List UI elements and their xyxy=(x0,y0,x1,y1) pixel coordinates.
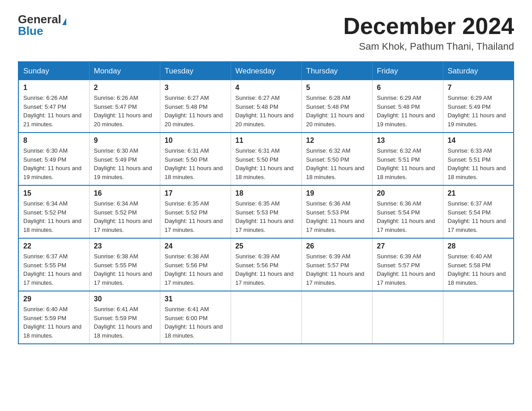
calendar-cell: 17Sunrise: 6:35 AMSunset: 5:52 PMDayligh… xyxy=(160,185,231,238)
header-day-tuesday: Tuesday xyxy=(160,62,231,80)
header-row: SundayMondayTuesdayWednesdayThursdayFrid… xyxy=(18,62,514,80)
page-header: General Blue December 2024 Sam Khok, Pat… xyxy=(18,13,514,52)
calendar-week-1: 1Sunrise: 6:26 AMSunset: 5:47 PMDaylight… xyxy=(18,80,514,133)
day-number: 19 xyxy=(306,189,368,197)
day-info: Sunrise: 6:31 AMSunset: 5:50 PMDaylight:… xyxy=(165,146,226,181)
day-number: 2 xyxy=(94,84,155,92)
logo: General Blue xyxy=(18,13,66,37)
header-right: December 2024 Sam Khok, Pathum Thani, Th… xyxy=(343,13,514,52)
day-number: 1 xyxy=(23,84,85,92)
day-number: 14 xyxy=(448,137,509,145)
day-info: Sunrise: 6:34 AMSunset: 5:52 PMDaylight:… xyxy=(23,199,85,234)
day-info: Sunrise: 6:26 AMSunset: 5:47 PMDaylight:… xyxy=(94,94,155,128)
day-info: Sunrise: 6:31 AMSunset: 5:50 PMDaylight:… xyxy=(236,146,297,181)
day-number: 6 xyxy=(377,84,438,92)
day-info: Sunrise: 6:39 AMSunset: 5:57 PMDaylight:… xyxy=(377,252,438,287)
calendar-cell: 24Sunrise: 6:38 AMSunset: 5:56 PMDayligh… xyxy=(160,238,231,291)
calendar-cell: 9Sunrise: 6:30 AMSunset: 5:49 PMDaylight… xyxy=(89,133,160,185)
calendar-week-3: 15Sunrise: 6:34 AMSunset: 5:52 PMDayligh… xyxy=(18,185,514,238)
day-number: 21 xyxy=(448,189,509,197)
header-day-friday: Friday xyxy=(372,62,443,80)
calendar-cell xyxy=(301,291,372,344)
calendar-cell: 5Sunrise: 6:28 AMSunset: 5:48 PMDaylight… xyxy=(301,80,372,133)
day-number: 25 xyxy=(236,242,297,250)
calendar-cell: 8Sunrise: 6:30 AMSunset: 5:49 PMDaylight… xyxy=(18,133,89,185)
calendar-week-2: 8Sunrise: 6:30 AMSunset: 5:49 PMDaylight… xyxy=(18,133,514,185)
calendar-cell: 3Sunrise: 6:27 AMSunset: 5:48 PMDaylight… xyxy=(160,80,231,133)
day-number: 7 xyxy=(448,84,509,92)
calendar-cell: 6Sunrise: 6:29 AMSunset: 5:48 PMDaylight… xyxy=(372,80,443,133)
day-number: 27 xyxy=(377,242,438,250)
day-number: 26 xyxy=(306,242,368,250)
day-number: 18 xyxy=(236,189,297,197)
calendar-cell: 12Sunrise: 6:32 AMSunset: 5:50 PMDayligh… xyxy=(301,133,372,185)
calendar-cell: 10Sunrise: 6:31 AMSunset: 5:50 PMDayligh… xyxy=(160,133,231,185)
day-info: Sunrise: 6:40 AMSunset: 5:58 PMDaylight:… xyxy=(448,252,509,287)
calendar-cell: 27Sunrise: 6:39 AMSunset: 5:57 PMDayligh… xyxy=(372,238,443,291)
day-number: 3 xyxy=(165,84,226,92)
calendar-cell: 23Sunrise: 6:38 AMSunset: 5:55 PMDayligh… xyxy=(89,238,160,291)
calendar-cell: 20Sunrise: 6:36 AMSunset: 5:54 PMDayligh… xyxy=(372,185,443,238)
day-info: Sunrise: 6:32 AMSunset: 5:50 PMDaylight:… xyxy=(306,146,368,181)
calendar-cell: 29Sunrise: 6:40 AMSunset: 5:59 PMDayligh… xyxy=(18,291,89,344)
day-number: 28 xyxy=(448,242,509,250)
day-info: Sunrise: 6:30 AMSunset: 5:49 PMDaylight:… xyxy=(94,146,155,181)
calendar-body: 1Sunrise: 6:26 AMSunset: 5:47 PMDaylight… xyxy=(18,80,514,344)
day-info: Sunrise: 6:39 AMSunset: 5:56 PMDaylight:… xyxy=(236,252,297,287)
logo-triangle-icon xyxy=(62,18,66,25)
calendar-week-4: 22Sunrise: 6:37 AMSunset: 5:55 PMDayligh… xyxy=(18,238,514,291)
day-info: Sunrise: 6:41 AMSunset: 6:00 PMDaylight:… xyxy=(165,305,226,340)
day-number: 22 xyxy=(23,242,85,250)
calendar-cell: 16Sunrise: 6:34 AMSunset: 5:52 PMDayligh… xyxy=(89,185,160,238)
calendar-cell: 2Sunrise: 6:26 AMSunset: 5:47 PMDaylight… xyxy=(89,80,160,133)
day-info: Sunrise: 6:34 AMSunset: 5:52 PMDaylight:… xyxy=(94,199,155,234)
day-info: Sunrise: 6:38 AMSunset: 5:56 PMDaylight:… xyxy=(165,252,226,287)
calendar-cell xyxy=(443,291,514,344)
day-info: Sunrise: 6:27 AMSunset: 5:48 PMDaylight:… xyxy=(165,94,226,128)
day-number: 17 xyxy=(165,189,226,197)
day-info: Sunrise: 6:32 AMSunset: 5:51 PMDaylight:… xyxy=(377,146,438,181)
calendar-cell: 11Sunrise: 6:31 AMSunset: 5:50 PMDayligh… xyxy=(231,133,301,185)
calendar-cell: 28Sunrise: 6:40 AMSunset: 5:58 PMDayligh… xyxy=(443,238,514,291)
calendar-cell: 7Sunrise: 6:29 AMSunset: 5:49 PMDaylight… xyxy=(443,80,514,133)
day-number: 12 xyxy=(306,137,368,145)
calendar-cell: 13Sunrise: 6:32 AMSunset: 5:51 PMDayligh… xyxy=(372,133,443,185)
day-info: Sunrise: 6:39 AMSunset: 5:57 PMDaylight:… xyxy=(306,252,368,287)
calendar-cell: 19Sunrise: 6:36 AMSunset: 5:53 PMDayligh… xyxy=(301,185,372,238)
calendar-cell: 4Sunrise: 6:27 AMSunset: 5:48 PMDaylight… xyxy=(231,80,301,133)
day-number: 4 xyxy=(236,84,297,92)
calendar-cell xyxy=(231,291,301,344)
calendar-cell: 18Sunrise: 6:35 AMSunset: 5:53 PMDayligh… xyxy=(231,185,301,238)
calendar-cell: 14Sunrise: 6:33 AMSunset: 5:51 PMDayligh… xyxy=(443,133,514,185)
day-number: 23 xyxy=(94,242,155,250)
day-number: 13 xyxy=(377,137,438,145)
header-day-saturday: Saturday xyxy=(443,62,514,80)
day-number: 15 xyxy=(23,189,85,197)
day-info: Sunrise: 6:33 AMSunset: 5:51 PMDaylight:… xyxy=(448,146,509,181)
day-info: Sunrise: 6:36 AMSunset: 5:54 PMDaylight:… xyxy=(377,199,438,234)
day-number: 10 xyxy=(165,137,226,145)
day-number: 16 xyxy=(94,189,155,197)
day-info: Sunrise: 6:29 AMSunset: 5:48 PMDaylight:… xyxy=(377,94,438,128)
calendar-table: SundayMondayTuesdayWednesdayThursdayFrid… xyxy=(18,61,514,344)
location-text: Sam Khok, Pathum Thani, Thailand xyxy=(343,41,514,52)
day-number: 20 xyxy=(377,189,438,197)
calendar-cell: 22Sunrise: 6:37 AMSunset: 5:55 PMDayligh… xyxy=(18,238,89,291)
calendar-cell: 15Sunrise: 6:34 AMSunset: 5:52 PMDayligh… xyxy=(18,185,89,238)
logo-blue-text: Blue xyxy=(18,25,43,37)
calendar-cell xyxy=(372,291,443,344)
logo-top: General xyxy=(18,13,66,25)
day-info: Sunrise: 6:37 AMSunset: 5:55 PMDaylight:… xyxy=(23,252,85,287)
calendar-cell: 1Sunrise: 6:26 AMSunset: 5:47 PMDaylight… xyxy=(18,80,89,133)
header-day-wednesday: Wednesday xyxy=(231,62,301,80)
day-number: 5 xyxy=(306,84,368,92)
day-number: 9 xyxy=(94,137,155,145)
header-day-thursday: Thursday xyxy=(301,62,372,80)
day-number: 8 xyxy=(23,137,85,145)
calendar-cell: 30Sunrise: 6:41 AMSunset: 5:59 PMDayligh… xyxy=(89,291,160,344)
day-info: Sunrise: 6:35 AMSunset: 5:53 PMDaylight:… xyxy=(236,199,297,234)
day-info: Sunrise: 6:29 AMSunset: 5:49 PMDaylight:… xyxy=(448,94,509,128)
day-info: Sunrise: 6:41 AMSunset: 5:59 PMDaylight:… xyxy=(94,305,155,340)
day-number: 31 xyxy=(165,295,226,303)
calendar-cell: 31Sunrise: 6:41 AMSunset: 6:00 PMDayligh… xyxy=(160,291,231,344)
